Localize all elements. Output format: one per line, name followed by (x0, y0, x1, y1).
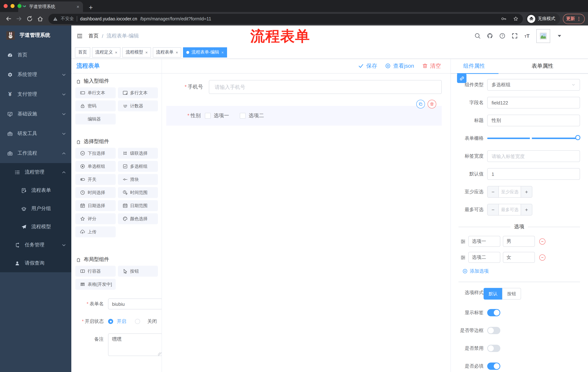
status-off-label[interactable]: 关闭 (147, 318, 157, 325)
sidebar-logo[interactable]: 芋道管理系统 (0, 25, 71, 45)
sidebar-item-用户分组[interactable]: 用户分组 (0, 200, 71, 218)
form-name-input[interactable] (108, 298, 162, 309)
style-button-button[interactable]: 按钮 (502, 288, 521, 299)
increase-button[interactable]: + (521, 204, 532, 215)
breadcrumb-home[interactable]: 首页 (88, 32, 99, 39)
max-checked-value[interactable]: 最多可选 (498, 204, 521, 215)
toggle-是否带边框[interactable] (487, 327, 500, 334)
component-多行文本[interactable]: 多行文本 (118, 87, 158, 98)
component-级联选择[interactable]: 级联选择 (118, 148, 158, 159)
clear-button[interactable]: 清空 (422, 63, 441, 69)
decrease-button[interactable]: − (488, 186, 498, 197)
component-评分[interactable]: 评分 (75, 213, 116, 224)
reload-icon[interactable] (27, 16, 33, 22)
style-default-button[interactable]: 默认 (483, 288, 502, 299)
add-option-button[interactable]: 添加选项 (462, 268, 580, 275)
avatar[interactable] (536, 29, 550, 43)
component-密码[interactable]: 密码 (75, 100, 116, 111)
remove-option-button[interactable] (539, 238, 546, 244)
tag-首页[interactable]: 首页 (75, 47, 90, 57)
view-json-button[interactable]: 查看json (385, 63, 414, 69)
decrease-button[interactable]: − (488, 204, 498, 215)
sidebar-item-系统管理[interactable]: 系统管理 (0, 65, 71, 85)
option-value-input[interactable] (503, 236, 535, 247)
github-icon[interactable] (487, 33, 493, 39)
component-单选框组[interactable]: 单选框组 (75, 161, 116, 172)
close-icon[interactable]: × (115, 50, 117, 54)
tab-close-icon[interactable]: × (77, 4, 79, 9)
collapse-sidebar-icon[interactable] (76, 32, 83, 39)
toggle-是否必填[interactable] (487, 362, 500, 370)
selected-gender-field[interactable]: *性别 选项一 选项二 (166, 106, 442, 126)
tab-component-props[interactable]: 组件属性 (463, 63, 485, 69)
option-name-input[interactable] (468, 236, 500, 247)
field-link-tag[interactable] (457, 74, 466, 83)
fullscreen-icon[interactable] (512, 33, 518, 39)
close-icon[interactable]: × (145, 50, 148, 54)
maximize-window-button[interactable] (18, 4, 21, 8)
new-tab-button[interactable]: + (89, 4, 93, 11)
drag-handle-icon[interactable] (460, 239, 466, 244)
sidebar-item-任务管理[interactable]: 任务管理 (0, 236, 71, 254)
option-value-input[interactable] (503, 252, 535, 263)
component-计数器[interactable]: 123计数器 (118, 100, 158, 111)
close-icon[interactable]: × (176, 50, 178, 54)
remove-option-button[interactable] (539, 254, 546, 260)
minimize-window-button[interactable] (10, 4, 15, 8)
sidebar-item-首页[interactable]: 首页 (0, 45, 71, 65)
component-type-select[interactable]: 多选框组 (487, 79, 580, 91)
resize-grip[interactable] (158, 352, 162, 356)
form-remark-textarea[interactable]: 嘿嘿 (108, 333, 162, 356)
back-icon[interactable] (5, 16, 12, 22)
component-单行文本[interactable]: 单行文本 (75, 87, 116, 98)
home-icon[interactable] (37, 16, 43, 22)
option-name-input[interactable] (468, 252, 500, 263)
tag-流程定义[interactable]: 流程定义× (92, 47, 121, 57)
chevron-down-icon[interactable] (556, 33, 563, 39)
component-日期选择[interactable]: 日期选择 (75, 200, 116, 211)
drag-handle-icon[interactable] (460, 255, 466, 260)
help-icon[interactable]: ? (499, 33, 505, 39)
component-编辑器[interactable]: 编辑器 (75, 114, 116, 125)
sidebar-item-研发工具[interactable]: 研发工具 (0, 124, 71, 143)
field-name-input[interactable] (487, 97, 580, 108)
gender-option-2[interactable]: 选项二 (240, 112, 264, 119)
save-button[interactable]: 保存 (358, 63, 377, 69)
sidebar-item-流程模型[interactable]: 流程模型 (0, 218, 71, 236)
component-颜色选择[interactable]: 颜色选择 (118, 213, 158, 224)
status-on-radio[interactable] (108, 319, 113, 324)
sidebar-item-流程表单[interactable]: 流程表单 (0, 181, 71, 200)
component-时间范围[interactable]: 时间范围 (118, 187, 158, 198)
phone-field-row[interactable]: *手机号 (178, 80, 442, 94)
sidebar-item-支付管理[interactable]: ¥支付管理 (0, 85, 71, 104)
component-表格[开发中][interactable]: 表格[开发中] (75, 279, 116, 290)
default-value-input[interactable] (487, 168, 580, 180)
increase-button[interactable]: + (521, 186, 532, 197)
tab-form-props[interactable]: 表单属性 (532, 63, 553, 69)
gender-option-1[interactable]: 选项一 (205, 112, 229, 119)
component-下拉选择[interactable]: 下拉选择 (75, 148, 116, 159)
component-开关[interactable]: 开关 (75, 174, 116, 185)
slider-handle[interactable] (575, 135, 580, 140)
close-icon[interactable]: × (221, 50, 224, 54)
close-window-button[interactable] (4, 4, 8, 8)
sidebar-item-流程管理[interactable]: 流程管理 (0, 163, 71, 181)
sidebar-item-请假查询[interactable]: 请假查询 (0, 254, 71, 272)
bookmark-star-icon[interactable] (513, 16, 518, 21)
title-input[interactable] (487, 115, 580, 126)
browser-tab[interactable]: 芋道管理系统 × (18, 1, 83, 12)
component-行容器[interactable]: 行容器 (75, 266, 116, 277)
checkbox-icon[interactable] (205, 113, 211, 119)
toggle-是否禁用[interactable] (487, 345, 500, 352)
password-key-icon[interactable] (501, 16, 506, 21)
component-按钮[interactable]: 按钮 (118, 266, 158, 277)
sidebar-item-基础设施[interactable]: 基础设施 (0, 104, 71, 124)
component-日期范围[interactable]: 日期范围 (118, 200, 158, 211)
duplicate-field-button[interactable] (416, 100, 425, 108)
checkbox-icon[interactable] (240, 113, 246, 119)
search-icon[interactable] (474, 33, 481, 39)
browser-menu-update-button[interactable]: 更新 (563, 14, 585, 24)
toggle-显示标签[interactable] (487, 309, 500, 316)
label-width-input[interactable] (487, 150, 580, 162)
url-bar[interactable]: 不安全 dashboard.yudao.iocoder.cn /bpm/mana… (48, 14, 523, 24)
